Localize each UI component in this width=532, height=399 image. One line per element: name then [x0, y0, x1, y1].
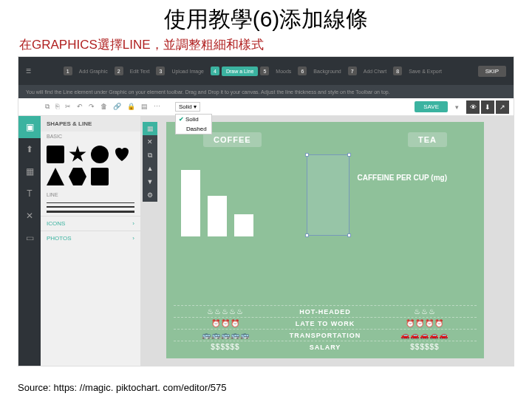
bar — [181, 170, 200, 236]
context-toolbar: ▦ ✕ ⧉ ▲ ▼ ⚙ — [143, 122, 157, 202]
layer-icon[interactable]: ▤ — [141, 103, 148, 111]
background-tab[interactable]: ▦ — [18, 160, 41, 183]
slide-subtitle: 在GRAPHICS選擇LINE，並調整粗細和樣式 — [0, 36, 532, 56]
photos-tab[interactable]: ▭ — [18, 227, 41, 249]
workspace: ▣ ⬆ ▦ T ✕ ▭ SHAPES & LINE BASIC ♥ — [18, 116, 514, 366]
step-num[interactable]: 1 — [64, 66, 72, 75]
uploads-tab[interactable]: ⬆ — [18, 138, 41, 160]
skip-button[interactable]: SKIP — [478, 66, 506, 77]
share-icon[interactable]: ↗ — [496, 100, 509, 114]
step-label[interactable]: Add Graphic — [75, 66, 112, 76]
chevron-right-icon: › — [132, 220, 134, 227]
step-progress: 1 Add Graphic 2 Edit Text 3 Upload Image… — [40, 66, 469, 76]
toolbar-right: 👁 ⬇ ↗ — [466, 100, 509, 114]
caffeine-label: CAFFEINE PER CUP (mg) — [358, 174, 448, 182]
chevron-right-icon: › — [132, 235, 134, 242]
panel-sub-line: LINE — [41, 190, 140, 200]
top-progress-bar: ☰ 1 Add Graphic 2 Edit Text 3 Upload Ima… — [18, 57, 514, 85]
shapes-panel: SHAPES & LINE BASIC ♥ LINE ICON — [41, 116, 141, 366]
undo-icon[interactable]: ↶ — [77, 103, 83, 111]
accordion-icons[interactable]: ICONS› — [41, 216, 140, 231]
lock-icon[interactable]: ⎘ — [55, 103, 59, 111]
link-icon[interactable]: 🔗 — [113, 103, 121, 111]
copy-icon[interactable]: ⧉ — [143, 149, 157, 162]
step-label[interactable]: Background — [309, 66, 345, 76]
editor-toolbar: ⧉ ⎘ ✂ ↶ ↷ 🗑 🔗 🔒 ▤ ⋯ Solid ▾ ✔Solid Dashe… — [18, 98, 514, 116]
close-icon[interactable]: ✕ — [143, 135, 157, 149]
lock2-icon[interactable]: 🔒 — [127, 103, 135, 111]
step-num[interactable]: 5 — [260, 66, 269, 75]
step-label[interactable]: Add Chart — [359, 66, 392, 76]
dropdown-menu: ✔Solid Dashed — [175, 114, 212, 134]
line-swatches — [41, 200, 140, 216]
line-thick[interactable] — [47, 211, 134, 213]
tools-tab[interactable]: ✕ — [18, 205, 41, 227]
shapes-grid: ♥ — [41, 141, 140, 190]
line-med[interactable] — [47, 206, 134, 208]
select-icon[interactable]: ▦ — [143, 122, 157, 135]
shape-triangle[interactable] — [47, 168, 64, 185]
delete-icon[interactable]: 🗑 — [100, 103, 107, 111]
source-link[interactable]: https: //magic. piktochart. com/editor/5… — [53, 382, 226, 393]
selection-box[interactable] — [307, 154, 349, 236]
bar — [234, 214, 253, 236]
preview-icon[interactable]: 👁 — [466, 100, 480, 114]
tool-icon-group: ⧉ ⎘ ✂ ↶ ↷ 🗑 🔗 🔒 ▤ ⋯ — [45, 103, 160, 111]
dropdown-option[interactable]: ✔Solid — [176, 115, 211, 124]
line-style-dropdown[interactable]: Solid ▾ ✔Solid Dashed — [175, 102, 200, 112]
check-icon: ✔ — [179, 116, 184, 123]
line-thin[interactable] — [47, 202, 134, 203]
infographic-canvas[interactable]: COFFEE TEA CAFFEINE PER CUP (mg) ♨♨♨♨♨HO… — [166, 122, 484, 358]
shape-circle[interactable] — [91, 146, 109, 163]
graphics-tab[interactable]: ▣ — [18, 116, 41, 138]
menu-icon[interactable]: ☰ — [26, 68, 31, 75]
step-label-active[interactable]: Draw a Line — [222, 66, 258, 76]
comparison-rows: ♨♨♨♨♨HOT-HEADED♨♨♨ ⏰⏰⏰LATE TO WORK⏰⏰⏰⏰ 🚌… — [174, 305, 477, 352]
dropdown-icon[interactable]: ▾ — [455, 103, 459, 111]
canvas-area[interactable]: ▦ ✕ ⧉ ▲ ▼ ⚙ COFFEE TEA — [141, 116, 514, 366]
text-tab[interactable]: T — [18, 183, 41, 205]
panel-header: SHAPES & LINE — [41, 116, 140, 132]
step-label[interactable]: Edit Text — [126, 66, 154, 76]
shape-square2[interactable] — [91, 168, 109, 185]
save-button[interactable]: SAVE — [415, 101, 448, 112]
bar — [208, 196, 227, 236]
left-rail: ▣ ⬆ ▦ T ✕ ▭ — [18, 116, 41, 366]
shape-hexagon[interactable] — [69, 168, 86, 185]
cut-icon[interactable]: ✂ — [65, 103, 71, 111]
down-icon[interactable]: ▼ — [143, 175, 157, 188]
tab-tea: TEA — [408, 132, 447, 147]
more-icon[interactable]: ⋯ — [154, 103, 160, 111]
step-num[interactable]: 7 — [348, 66, 357, 75]
step-num[interactable]: 8 — [393, 66, 402, 75]
step-label[interactable]: Save & Export — [404, 66, 446, 76]
bar-chart — [181, 163, 292, 236]
panel-sub-basic: BASIC — [41, 132, 140, 141]
step-label[interactable]: Upload Image — [167, 66, 208, 76]
chevron-down-icon: ▾ — [194, 103, 197, 110]
redo-icon[interactable]: ↷ — [89, 103, 95, 111]
instruction-bar: You will find the Line element under Gra… — [18, 85, 514, 98]
gear-icon[interactable]: ⚙ — [143, 188, 157, 202]
accordion-photos[interactable]: PHOTOS› — [41, 231, 140, 245]
dropdown-option[interactable]: Dashed — [176, 124, 211, 134]
shape-square[interactable] — [47, 146, 64, 163]
app-window: ☰ 1 Add Graphic 2 Edit Text 3 Upload Ima… — [18, 56, 514, 366]
step-num[interactable]: 2 — [115, 66, 123, 75]
tab-coffee: COFFEE — [203, 132, 262, 147]
step-label[interactable]: Moods — [271, 66, 296, 76]
step-num[interactable]: 6 — [298, 66, 307, 75]
source-citation: Source: https: //magic. piktochart. com/… — [18, 382, 227, 393]
copy-icon[interactable]: ⧉ — [45, 103, 50, 111]
slide-title: 使用教學(6)添加線條 — [0, 0, 532, 36]
download-icon[interactable]: ⬇ — [481, 100, 494, 114]
step-num[interactable]: 3 — [156, 66, 165, 75]
shape-star[interactable] — [69, 146, 86, 163]
step-num-active[interactable]: 4 — [211, 66, 219, 75]
up-icon[interactable]: ▲ — [143, 162, 157, 175]
shape-heart[interactable]: ♥ — [113, 146, 131, 163]
